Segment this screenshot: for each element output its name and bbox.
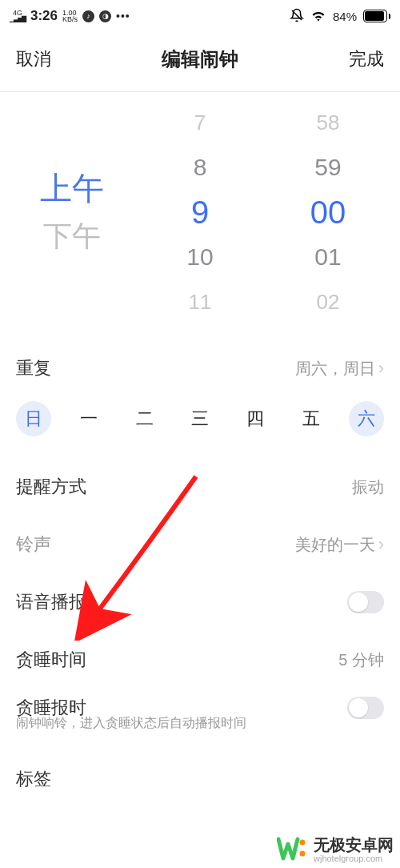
svg-point-2 — [300, 850, 306, 856]
status-time: 3:26 — [30, 8, 58, 24]
done-button[interactable]: 完成 — [349, 47, 384, 71]
more-icon: ••• — [116, 10, 130, 22]
battery-icon — [363, 10, 390, 22]
voice-label: 语音播报 — [16, 590, 86, 614]
status-bar: 4G ▁▃▅▇ 3:26 1.00 KB/s ♪ ◑ ••• 84% — [0, 0, 400, 32]
ringtone-row[interactable]: 铃声 美好的一天 › — [16, 508, 384, 566]
remind-value: 振动 — [352, 476, 384, 498]
cancel-button[interactable]: 取消 — [16, 47, 51, 71]
app-header: 取消 编辑闹钟 完成 — [0, 32, 400, 91]
snooze-time-value: 5 分钟 — [338, 649, 384, 671]
ringtone-value: 美好的一天 — [295, 534, 375, 556]
day-tue[interactable]: 二 — [127, 401, 162, 436]
page-title: 编辑闹钟 — [162, 46, 238, 72]
repeat-row[interactable]: 重复 周六，周日 › — [16, 332, 384, 390]
ampm-am[interactable]: 上午 — [40, 164, 104, 212]
watermark-url: wjhotelgroup.com — [314, 854, 394, 863]
chevron-right-icon: › — [378, 358, 384, 379]
status-speed: 1.00 KB/s — [62, 10, 78, 22]
watermark: 无极安卓网 wjhotelgroup.com — [277, 836, 394, 863]
day-fri[interactable]: 五 — [294, 401, 329, 436]
ringtone-label: 铃声 — [16, 532, 51, 557]
watermark-logo-icon — [277, 836, 309, 863]
status-icon-2: ◑ — [99, 10, 111, 22]
tag-label: 标签 — [16, 767, 51, 791]
snooze-time-row[interactable]: 贪睡时间 5 分钟 — [16, 624, 384, 681]
repeat-label: 重复 — [16, 356, 51, 380]
svg-point-1 — [300, 839, 306, 845]
ampm-column[interactable]: . 上午 下午 . — [8, 92, 136, 332]
snooze-announce-desc: 闹钟响铃，进入贪睡状态后自动播报时间 — [16, 715, 384, 743]
repeat-value: 周六，周日 — [295, 358, 375, 380]
settings-list: 重复 周六，周日 › 日 一 二 三 四 五 六 提醒方式 振动 铃声 美好的一… — [0, 332, 400, 801]
dnd-icon — [290, 8, 304, 25]
snooze-time-label: 贪睡时间 — [16, 648, 86, 672]
remind-row[interactable]: 提醒方式 振动 — [16, 451, 384, 508]
wifi-icon — [310, 9, 326, 24]
minute-column[interactable]: 58 59 00 01 02 — [264, 92, 392, 332]
minute-selected: 00 — [310, 190, 346, 235]
watermark-title: 无极安卓网 — [314, 836, 394, 854]
day-thu[interactable]: 四 — [238, 401, 273, 436]
remind-label: 提醒方式 — [16, 475, 86, 499]
tag-row[interactable]: 标签 — [16, 743, 384, 801]
day-mon[interactable]: 一 — [71, 401, 106, 436]
voice-toggle[interactable] — [347, 591, 384, 613]
battery-percent: 84% — [333, 10, 357, 23]
hour-column[interactable]: 7 8 9 10 11 — [136, 92, 264, 332]
time-picker[interactable]: . 上午 下午 . 7 8 9 10 11 58 59 00 01 02 — [0, 92, 400, 332]
day-sat[interactable]: 六 — [349, 401, 384, 436]
ampm-pm[interactable]: 下午 — [43, 212, 101, 260]
signal-icon: 4G ▁▃▅▇ — [10, 10, 26, 22]
day-selector: 日 一 二 三 四 五 六 — [16, 390, 384, 451]
hour-selected: 9 — [191, 190, 209, 235]
chevron-right-icon: › — [378, 534, 384, 555]
snooze-announce-toggle[interactable] — [347, 697, 384, 719]
day-sun[interactable]: 日 — [16, 401, 51, 436]
day-wed[interactable]: 三 — [182, 401, 218, 436]
voice-row: 语音播报 — [16, 566, 384, 624]
status-icon-1: ♪ — [82, 10, 94, 22]
